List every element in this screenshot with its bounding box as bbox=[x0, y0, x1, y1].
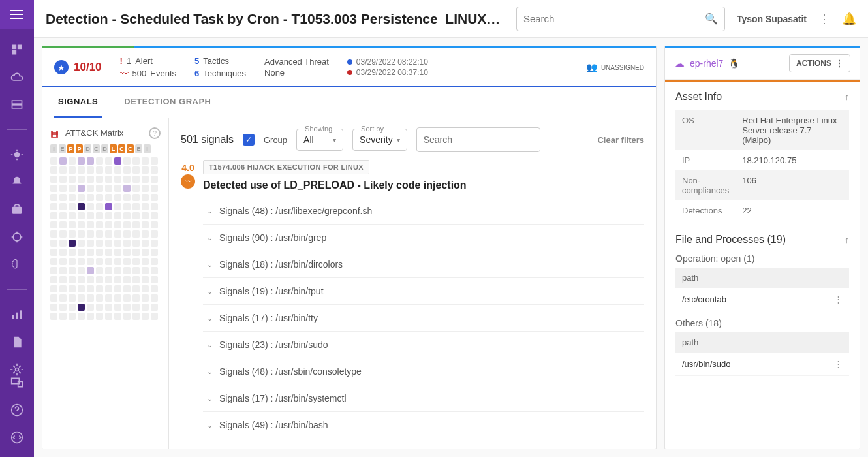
matrix-cell[interactable] bbox=[123, 221, 131, 228]
matrix-cell[interactable] bbox=[132, 194, 140, 201]
matrix-cell[interactable] bbox=[142, 294, 149, 302]
matrix-cell[interactable] bbox=[123, 185, 131, 192]
asset-name[interactable]: ep-rhel7 bbox=[690, 58, 723, 69]
matrix-cell[interactable] bbox=[78, 221, 85, 228]
matrix-cell[interactable] bbox=[96, 294, 103, 302]
matrix-cell[interactable] bbox=[151, 294, 158, 302]
matrix-cell[interactable] bbox=[123, 166, 131, 174]
tab-signals[interactable]: SIGNALS bbox=[54, 87, 102, 118]
matrix-cell[interactable] bbox=[96, 212, 103, 219]
matrix-cell[interactable] bbox=[151, 203, 158, 210]
matrix-cell[interactable] bbox=[87, 294, 94, 302]
matrix-cell[interactable] bbox=[96, 157, 103, 165]
signal-group-row[interactable]: ⌄Signals (23) : /usr/bin/sudo bbox=[203, 331, 644, 358]
matrix-cell[interactable] bbox=[69, 240, 76, 247]
matrix-cell[interactable] bbox=[123, 240, 131, 247]
help-icon[interactable] bbox=[10, 403, 23, 417]
matrix-cell[interactable] bbox=[114, 166, 121, 174]
matrix-cell[interactable] bbox=[151, 166, 158, 174]
matrix-cell[interactable] bbox=[69, 185, 76, 192]
matrix-cell[interactable] bbox=[142, 267, 149, 274]
matrix-cell[interactable] bbox=[87, 157, 94, 165]
matrix-cell[interactable] bbox=[123, 258, 131, 265]
matrix-cell[interactable] bbox=[105, 185, 112, 192]
matrix-cell[interactable] bbox=[96, 230, 103, 238]
matrix-cell[interactable] bbox=[123, 304, 131, 311]
file-path-row[interactable]: /etc/crontab ⋮ bbox=[675, 288, 849, 311]
matrix-cell[interactable] bbox=[78, 176, 85, 183]
signal-group-row[interactable]: ⌄Signals (90) : /usr/bin/grep bbox=[203, 224, 644, 251]
matrix-cell[interactable] bbox=[142, 230, 149, 238]
matrix-cell[interactable] bbox=[96, 176, 103, 183]
matrix-cell[interactable] bbox=[151, 185, 158, 192]
matrix-cell[interactable] bbox=[50, 240, 57, 247]
matrix-cell[interactable] bbox=[114, 276, 121, 283]
matrix-cell[interactable] bbox=[59, 285, 67, 292]
matrix-cell[interactable] bbox=[142, 258, 149, 265]
matrix-cell[interactable] bbox=[59, 313, 67, 320]
matrix-cell[interactable] bbox=[114, 203, 121, 210]
matrix-cell[interactable] bbox=[105, 294, 112, 302]
matrix-cell[interactable] bbox=[105, 258, 112, 265]
matrix-cell[interactable] bbox=[105, 285, 112, 292]
showing-select[interactable]: Showing All bbox=[296, 129, 343, 151]
matrix-cell[interactable] bbox=[151, 157, 158, 165]
user-menu-icon[interactable]: ⋮ bbox=[818, 12, 830, 26]
matrix-cell[interactable] bbox=[87, 166, 94, 174]
matrix-cell[interactable] bbox=[59, 166, 67, 174]
matrix-cell[interactable] bbox=[142, 240, 149, 247]
matrix-cell[interactable] bbox=[50, 313, 57, 320]
matrix-cell[interactable] bbox=[59, 267, 67, 274]
help-icon[interactable]: ? bbox=[149, 127, 161, 139]
matrix-cell[interactable] bbox=[151, 221, 158, 228]
matrix-cell[interactable] bbox=[87, 230, 94, 238]
signal-group-row[interactable]: ⌄Signals (19) : /usr/bin/tput bbox=[203, 277, 644, 304]
target-icon[interactable] bbox=[10, 230, 23, 244]
notification-bell-icon[interactable]: 🔔 bbox=[842, 12, 856, 26]
matrix-cell[interactable] bbox=[59, 304, 67, 311]
matrix-cell[interactable] bbox=[87, 176, 94, 183]
matrix-cell[interactable] bbox=[105, 166, 112, 174]
bug-icon[interactable] bbox=[10, 148, 23, 161]
clear-filters-button[interactable]: Clear filters bbox=[597, 135, 644, 145]
matrix-cell[interactable] bbox=[96, 258, 103, 265]
matrix-cell[interactable] bbox=[123, 249, 131, 256]
matrix-cell[interactable] bbox=[142, 194, 149, 201]
matrix-cell[interactable] bbox=[69, 249, 76, 256]
matrix-cell[interactable] bbox=[96, 285, 103, 292]
file-path-row[interactable]: /usr/bin/sudo ⋮ bbox=[675, 353, 849, 376]
matrix-cell[interactable] bbox=[132, 249, 140, 256]
matrix-cell[interactable] bbox=[78, 157, 85, 165]
group-checkbox[interactable]: ✓ bbox=[243, 134, 255, 146]
signal-group-row[interactable]: ⌄Signals (17) : /usr/bin/systemctl bbox=[203, 385, 644, 411]
matrix-cell[interactable] bbox=[132, 221, 140, 228]
signal-group-row[interactable]: ⌄Signals (48) : /usr/libexec/grepconf.sh bbox=[203, 198, 644, 224]
gear-icon[interactable] bbox=[10, 363, 23, 376]
matrix-cell[interactable] bbox=[87, 249, 94, 256]
matrix-cell[interactable] bbox=[151, 194, 158, 201]
assignee[interactable]: 👥 UNASSIGNED bbox=[586, 62, 644, 72]
matrix-cell[interactable] bbox=[114, 285, 121, 292]
chart-icon[interactable] bbox=[10, 308, 23, 321]
matrix-cell[interactable] bbox=[50, 221, 57, 228]
matrix-cell[interactable] bbox=[59, 194, 67, 201]
matrix-cell[interactable] bbox=[105, 230, 112, 238]
matrix-cell[interactable] bbox=[50, 194, 57, 201]
menu-toggle[interactable] bbox=[0, 0, 34, 29]
matrix-cell[interactable] bbox=[87, 240, 94, 247]
matrix-cell[interactable] bbox=[59, 276, 67, 283]
matrix-cell[interactable] bbox=[50, 258, 57, 265]
matrix-cell[interactable] bbox=[114, 267, 121, 274]
matrix-cell[interactable] bbox=[105, 304, 112, 311]
matrix-cell[interactable] bbox=[142, 249, 149, 256]
sort-select[interactable]: Sort by Severity bbox=[352, 129, 407, 151]
matrix-cell[interactable] bbox=[87, 258, 94, 265]
matrix-cell[interactable] bbox=[50, 176, 57, 183]
matrix-cell[interactable] bbox=[142, 304, 149, 311]
matrix-cell[interactable] bbox=[151, 258, 158, 265]
matrix-cell[interactable] bbox=[59, 258, 67, 265]
matrix-cell[interactable] bbox=[114, 185, 121, 192]
matrix-cell[interactable] bbox=[78, 185, 85, 192]
matrix-cell[interactable] bbox=[105, 240, 112, 247]
tab-detection-graph[interactable]: DETECTION GRAPH bbox=[120, 87, 215, 118]
